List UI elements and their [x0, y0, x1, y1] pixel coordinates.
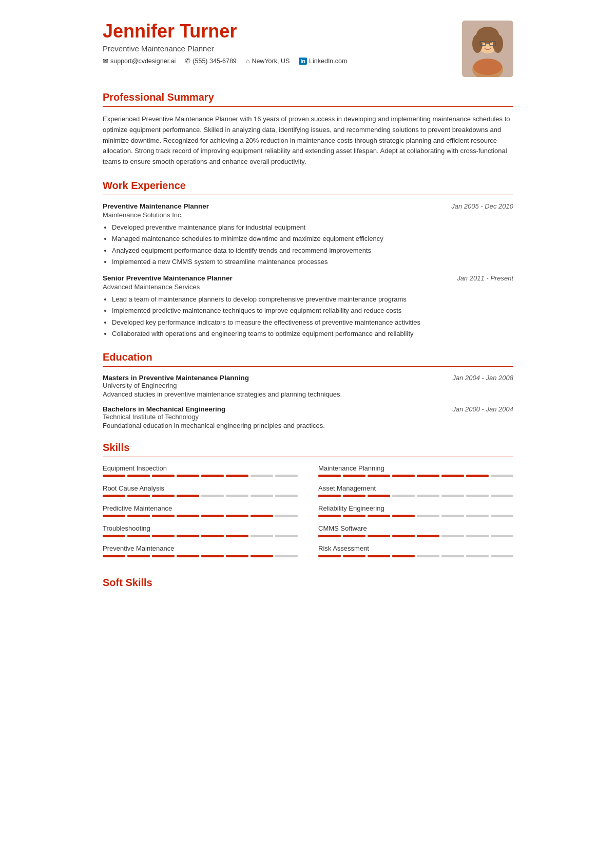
skill-segment-filled	[318, 555, 341, 557]
summary-section: Professional Summary Experienced Prevent…	[103, 91, 513, 167]
skill-segment-filled	[392, 515, 415, 517]
skill-name: Root Cause Analysis	[103, 484, 298, 492]
bullet-item: Developed preventive maintenance plans f…	[112, 222, 513, 233]
contact-phone: ✆ (555) 345-6789	[185, 57, 236, 65]
skill-name: Predictive Maintenance	[103, 504, 298, 512]
skills-divider	[103, 457, 513, 457]
skill-segment-empty	[275, 475, 298, 477]
skill-name: Asset Management	[318, 484, 513, 492]
skill-item: Reliability Engineering	[318, 504, 513, 517]
skill-bar	[318, 495, 513, 497]
contact-location: ⌂ NewYork, US	[246, 57, 290, 65]
skill-segment-filled	[127, 515, 150, 517]
bullet-item: Lead a team of maintenance planners to d…	[112, 294, 513, 305]
job-bullets: Lead a team of maintenance planners to d…	[112, 294, 513, 339]
skill-segment-empty	[491, 495, 513, 497]
edu-header: Bachelors in Mechanical EngineeringJan 2…	[103, 405, 513, 413]
skill-item: Predictive Maintenance	[103, 504, 298, 517]
skill-segment-filled	[368, 515, 390, 517]
skill-segment-filled	[201, 555, 224, 557]
soft-skills-title: Soft Skills	[103, 577, 513, 589]
skill-segment-empty	[251, 535, 273, 537]
bullet-item: Implemented a new CMMS system to streaml…	[112, 257, 513, 267]
skill-segment-empty	[466, 515, 489, 517]
job-date: Jan 2005 - Dec 2010	[451, 202, 513, 210]
skill-bar	[103, 535, 298, 537]
skill-segment-filled	[251, 555, 273, 557]
skill-item: CMMS Software	[318, 524, 513, 537]
skill-segment-empty	[417, 515, 439, 517]
profile-photo	[462, 21, 513, 77]
edu-degree: Bachelors in Mechanical Engineering	[103, 405, 225, 413]
edu-desc: Foundational education in mechanical eng…	[103, 422, 513, 429]
skill-segment-filled	[201, 475, 224, 477]
phone-icon: ✆	[185, 57, 190, 65]
skill-segment-filled	[127, 555, 150, 557]
skill-item: Preventive Maintenance	[103, 544, 298, 557]
skill-segment-empty	[275, 495, 298, 497]
soft-skills-section: Soft Skills	[103, 577, 513, 589]
skill-segment-filled	[103, 555, 125, 557]
bullet-item: Developed key performance indicators to …	[112, 317, 513, 328]
edu-school: Technical Institute of Technology	[103, 413, 513, 421]
skill-item: Equipment Inspection	[103, 464, 298, 477]
skill-name: Troubleshooting	[103, 524, 298, 532]
skill-segment-filled	[152, 495, 175, 497]
skill-name: CMMS Software	[318, 524, 513, 532]
skill-segment-empty	[491, 555, 513, 557]
skill-segment-filled	[343, 555, 365, 557]
job-entry: Senior Preventive Maintenance PlannerJan…	[103, 274, 513, 339]
skill-segment-filled	[368, 555, 390, 557]
skill-segment-filled	[466, 475, 489, 477]
skill-segment-filled	[318, 515, 341, 517]
skill-segment-empty	[466, 555, 489, 557]
contact-info: ✉ support@cvdesigner.ai ✆ (555) 345-6789…	[103, 57, 452, 65]
job-bullets: Developed preventive maintenance plans f…	[112, 222, 513, 267]
edu-entry: Bachelors in Mechanical EngineeringJan 2…	[103, 405, 513, 429]
skill-segment-empty	[251, 475, 273, 477]
skill-segment-empty	[226, 495, 248, 497]
svg-point-4	[472, 34, 483, 53]
contact-email: ✉ support@cvdesigner.ai	[103, 57, 176, 65]
bullet-item: Collaborated with operations and enginee…	[112, 329, 513, 339]
skills-grid: Equipment InspectionMaintenance Planning…	[103, 464, 513, 565]
skill-segment-filled	[392, 475, 415, 477]
skill-segment-empty	[275, 515, 298, 517]
skill-bar	[103, 495, 298, 497]
skill-segment-filled	[177, 555, 199, 557]
skill-name: Preventive Maintenance	[103, 544, 298, 552]
education-title: Education	[103, 351, 513, 363]
skill-item: Troubleshooting	[103, 524, 298, 537]
summary-divider	[103, 106, 513, 107]
skill-segment-empty	[275, 555, 298, 557]
skill-segment-filled	[201, 535, 224, 537]
skill-bar	[318, 535, 513, 537]
experience-divider	[103, 195, 513, 195]
skill-name: Risk Assessment	[318, 544, 513, 552]
bullet-item: Analyzed equipment performance data to i…	[112, 246, 513, 256]
skill-segment-filled	[177, 475, 199, 477]
skill-segment-empty	[392, 495, 415, 497]
skill-segment-filled	[152, 475, 175, 477]
edu-entry: Masters in Preventive Maintenance Planni…	[103, 374, 513, 398]
job-header: Preventive Maintenance PlannerJan 2005 -…	[103, 202, 513, 210]
skill-segment-filled	[318, 475, 341, 477]
skill-bar	[318, 515, 513, 517]
skill-item: Asset Management	[318, 484, 513, 497]
skill-bar	[103, 555, 298, 557]
skill-segment-filled	[368, 535, 390, 537]
education-section: Education Masters in Preventive Maintena…	[103, 351, 513, 429]
skill-segment-empty	[417, 495, 439, 497]
edu-date: Jan 2000 - Jan 2004	[452, 405, 513, 413]
skills-section: Skills Equipment InspectionMaintenance P…	[103, 442, 513, 565]
skill-name: Maintenance Planning	[318, 464, 513, 472]
jobs-list: Preventive Maintenance PlannerJan 2005 -…	[103, 202, 513, 339]
skill-segment-empty	[441, 535, 464, 537]
summary-title: Professional Summary	[103, 91, 513, 103]
edu-desc: Advanced studies in preventive maintenan…	[103, 390, 513, 398]
skill-segment-filled	[177, 515, 199, 517]
skill-segment-filled	[201, 515, 224, 517]
skill-segment-filled	[343, 535, 365, 537]
skill-segment-filled	[417, 535, 439, 537]
skill-segment-filled	[251, 515, 273, 517]
